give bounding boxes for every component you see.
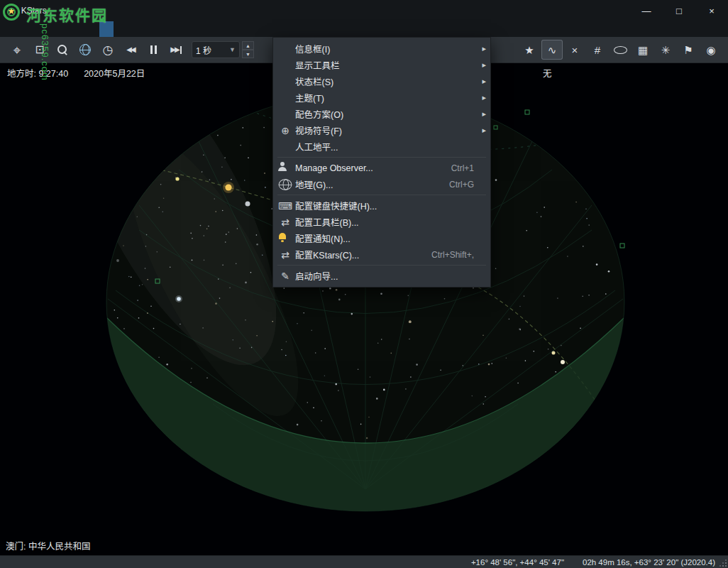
- time-step-value: 1 秒: [196, 44, 211, 56]
- menu-item-label: 配置KStars(C)...: [295, 248, 359, 261]
- combobox-caret-icon: ▼: [224, 46, 236, 53]
- statusbar: +16° 48' 56", +44° 45' 47" 02h 49m 16s, …: [0, 555, 728, 568]
- time-step-forward-button[interactable]: ▶▶: [165, 40, 187, 60]
- time-step-up-button[interactable]: ▲: [242, 41, 254, 50]
- whats-interesting-toggle[interactable]: ◉: [700, 40, 722, 60]
- menu-item-shortcut: Ctrl+1: [451, 163, 474, 173]
- toolbar-left-group: ⌖ ⊡ ◷ ◀◀ ▶▶: [6, 40, 187, 60]
- menu-item-icon: [277, 59, 293, 72]
- date-text: 2020年5月22日: [84, 66, 145, 80]
- menu-settings[interactable]: [99, 21, 114, 37]
- show-horizon-toggle[interactable]: [610, 40, 631, 60]
- menu-item-label: Manage Observer...: [295, 163, 373, 173]
- venus-dot: [175, 177, 179, 180]
- settings-menu-dropdown: 信息框(I) ▸ 显示工具栏 ▸ 状态栏(S) ▸ 主题(T): [272, 37, 491, 288]
- rigel-dot: [177, 297, 181, 301]
- radec-coordinates: 02h 49m 16s, +63° 23' 20" (J2020.4): [583, 558, 715, 567]
- menu-data[interactable]: [71, 21, 85, 37]
- menu-item-infoboxes[interactable]: 信息框(I) ▸: [273, 40, 490, 57]
- menu-item-artificial-horizon[interactable]: 人工地平...: [273, 138, 490, 155]
- menu-item-color-schemes[interactable]: 配色方案(O) ▸: [273, 106, 490, 122]
- show-satellites-toggle[interactable]: ⚑: [678, 40, 699, 60]
- settings-menu-item[interactable]: [273, 155, 490, 160]
- submenu-arrow-icon: ▸: [474, 60, 486, 70]
- menu-item-startup-wizard[interactable]: ✎ 启动向导...: [273, 268, 490, 284]
- show-constellation-boundaries-toggle[interactable]: ▦: [632, 40, 653, 60]
- find-object-button[interactable]: [52, 40, 73, 60]
- show-stars-toggle[interactable]: ★: [519, 40, 540, 60]
- menu-item-icon: [279, 179, 292, 190]
- time-infobox[interactable]: 地方时: 9:27:40 2020年5月22日: [7, 66, 145, 80]
- toolbar-icon: ▶▶: [170, 46, 181, 54]
- menu-item-icon: ✎: [277, 270, 293, 283]
- show-coordinate-grid-toggle[interactable]: #: [587, 40, 608, 60]
- menu-item-icon: [277, 43, 293, 55]
- set-location-button[interactable]: [75, 40, 96, 60]
- submenu-arrow-icon: ▸: [474, 44, 486, 53]
- set-time-button[interactable]: ◷: [97, 40, 118, 60]
- toolbar-right-group: ★ ∿ × # ▦ ✳ ⚑ ◉: [518, 40, 722, 60]
- submenu-arrow-icon: ▸: [474, 126, 486, 135]
- time-pause-button[interactable]: [143, 40, 164, 60]
- moon-dot: [246, 202, 250, 207]
- menu-item-label: 人工地平...: [295, 140, 338, 153]
- menu-tools[interactable]: [57, 21, 71, 37]
- resize-grip[interactable]: [719, 559, 727, 567]
- menu-item-label: 状态栏(S): [295, 75, 333, 88]
- zoom-to-fit-button[interactable]: ⊡: [29, 40, 50, 60]
- menu-item-label: 显示工具栏: [295, 58, 340, 72]
- menu-view[interactable]: [43, 21, 57, 37]
- menu-item-configure-shortcuts[interactable]: ⌨ 配置键盘快捷键(H)...: [273, 197, 490, 214]
- menu-file[interactable]: [0, 21, 14, 37]
- menu-item-icon: ⇄: [277, 248, 293, 261]
- time-step-down-button[interactable]: ▼: [242, 50, 254, 58]
- time-step-combobox[interactable]: 1 秒 ▼: [192, 41, 240, 58]
- menu-item-label: 信息框(I): [295, 42, 330, 55]
- menu-item-fov-symbols[interactable]: ⊕ 视场符号(F) ▸: [273, 122, 490, 138]
- maximize-button[interactable]: □: [663, 0, 695, 21]
- close-button[interactable]: ×: [695, 0, 728, 21]
- menu-item-label: 启动向导...: [295, 269, 338, 283]
- submenu-arrow-icon: ▸: [474, 93, 486, 102]
- fov-infobox[interactable]: 无: [543, 66, 552, 80]
- menu-item-shortcut: Ctrl+G: [449, 180, 474, 190]
- location-infobox[interactable]: 澳门: 中华人民共和国: [6, 539, 90, 552]
- menu-item-label: 地理(G)...: [295, 178, 333, 191]
- app-icon: ★: [7, 6, 16, 16]
- settings-menu-item[interactable]: [273, 263, 490, 268]
- menu-pointing[interactable]: [28, 21, 43, 37]
- view-toggle-icon: ×: [572, 45, 578, 55]
- menu-observation[interactable]: [85, 21, 99, 37]
- show-deep-sky-objects-toggle[interactable]: ×: [564, 40, 585, 60]
- local-time-text: 地方时: 9:27:40: [7, 66, 68, 80]
- menu-item-icon: [277, 92, 293, 104]
- submenu-arrow-icon: ▸: [474, 77, 486, 86]
- show-supernovae-toggle[interactable]: ✳: [655, 40, 676, 60]
- toolbar-icon: [79, 44, 91, 55]
- zoom-default-button[interactable]: ⌖: [6, 40, 28, 60]
- view-toggle-icon: ★: [524, 45, 534, 55]
- menu-item-themes[interactable]: 主题(T) ▸: [273, 89, 490, 106]
- menu-time[interactable]: [14, 21, 28, 37]
- time-backward-button[interactable]: ◀◀: [120, 40, 141, 60]
- menu-item-label: 视场符号(F): [295, 124, 342, 137]
- menu-item-manage-observer[interactable]: Manage Observer... Ctrl+1: [273, 160, 490, 176]
- menubar: [0, 21, 728, 37]
- show-constellation-lines-toggle[interactable]: ∿: [541, 40, 563, 60]
- settings-menu-item[interactable]: [273, 192, 490, 197]
- menu-item-icon: ⊕: [277, 124, 293, 137]
- menu-item-configure-kstars[interactable]: ⇄ 配置KStars(C)... Ctrl+Shift+,: [273, 246, 490, 263]
- menu-item-statusbar[interactable]: 状态栏(S) ▸: [273, 73, 490, 89]
- menu-item-configure-toolbars[interactable]: ⇄ 配置工具栏(B)...: [273, 214, 490, 230]
- jupiter-dot: [561, 360, 565, 364]
- menu-item-toolbars-shown[interactable]: 显示工具栏 ▸: [273, 57, 490, 73]
- view-toggle-icon: ∿: [548, 45, 557, 55]
- menu-item-configure-notifications[interactable]: 配置通知(N)...: [273, 230, 490, 246]
- menu-item-geographic[interactable]: 地理(G)... Ctrl+G: [273, 176, 490, 192]
- view-toggle-icon: ◉: [706, 45, 715, 55]
- menu-item-icon: [277, 162, 293, 175]
- menu-help[interactable]: [114, 21, 128, 37]
- menu-item-label: 配置键盘快捷键(H)...: [295, 199, 377, 212]
- minimize-button[interactable]: —: [630, 0, 663, 21]
- menu-item-label: 配置通知(N)...: [295, 231, 351, 245]
